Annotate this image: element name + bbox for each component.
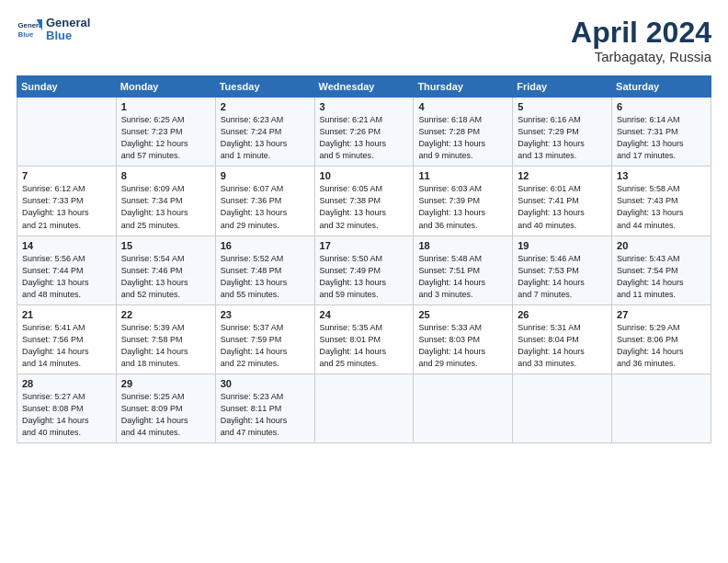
day-number: 17 [320, 240, 409, 251]
calendar-cell [612, 373, 711, 442]
logo-icon: General Blue [17, 17, 42, 42]
calendar-cell [414, 373, 513, 442]
col-header-sunday: Sunday [17, 76, 117, 98]
header: General Blue General Blue April 2024 Tar… [17, 17, 711, 64]
col-header-monday: Monday [116, 76, 215, 98]
day-info: Sunrise: 5:58 AM Sunset: 7:43 PM Dayligh… [617, 183, 706, 231]
calendar-cell: 3Sunrise: 6:21 AM Sunset: 7:26 PM Daylig… [314, 98, 414, 167]
week-row-2: 7Sunrise: 6:12 AM Sunset: 7:33 PM Daylig… [17, 167, 711, 236]
calendar-cell: 28Sunrise: 5:27 AM Sunset: 8:08 PM Dayli… [17, 373, 117, 442]
day-number: 26 [518, 309, 607, 320]
day-info: Sunrise: 6:01 AM Sunset: 7:41 PM Dayligh… [518, 183, 607, 231]
day-number: 15 [121, 240, 210, 251]
day-info: Sunrise: 6:07 AM Sunset: 7:36 PM Dayligh… [221, 183, 310, 231]
calendar-cell: 1Sunrise: 6:25 AM Sunset: 7:23 PM Daylig… [116, 98, 215, 167]
day-number: 6 [617, 101, 706, 112]
day-info: Sunrise: 6:05 AM Sunset: 7:38 PM Dayligh… [320, 183, 409, 231]
calendar-cell: 24Sunrise: 5:35 AM Sunset: 8:01 PM Dayli… [314, 304, 414, 373]
day-number: 30 [221, 378, 310, 389]
day-info: Sunrise: 5:31 AM Sunset: 8:04 PM Dayligh… [518, 322, 607, 370]
calendar-cell [314, 373, 414, 442]
month-title: April 2024 [571, 17, 711, 49]
calendar-cell: 20Sunrise: 5:43 AM Sunset: 7:54 PM Dayli… [612, 236, 711, 304]
week-row-4: 21Sunrise: 5:41 AM Sunset: 7:56 PM Dayli… [17, 304, 711, 373]
calendar-cell: 26Sunrise: 5:31 AM Sunset: 8:04 PM Dayli… [513, 304, 612, 373]
day-number: 22 [121, 309, 210, 320]
day-info: Sunrise: 6:09 AM Sunset: 7:34 PM Dayligh… [121, 183, 210, 231]
day-info: Sunrise: 5:54 AM Sunset: 7:46 PM Dayligh… [121, 253, 210, 301]
calendar-cell: 29Sunrise: 5:25 AM Sunset: 8:09 PM Dayli… [116, 373, 215, 442]
day-number: 1 [121, 101, 210, 112]
day-number: 13 [617, 170, 706, 181]
day-info: Sunrise: 5:46 AM Sunset: 7:53 PM Dayligh… [518, 253, 607, 301]
calendar-cell: 9Sunrise: 6:07 AM Sunset: 7:36 PM Daylig… [215, 167, 314, 236]
day-info: Sunrise: 6:16 AM Sunset: 7:29 PM Dayligh… [518, 114, 607, 162]
calendar-cell: 5Sunrise: 6:16 AM Sunset: 7:29 PM Daylig… [513, 98, 612, 167]
col-header-friday: Friday [513, 76, 612, 98]
day-info: Sunrise: 5:43 AM Sunset: 7:54 PM Dayligh… [617, 253, 706, 301]
week-row-3: 14Sunrise: 5:56 AM Sunset: 7:44 PM Dayli… [17, 236, 711, 304]
day-info: Sunrise: 6:21 AM Sunset: 7:26 PM Dayligh… [320, 114, 409, 162]
day-number: 10 [320, 170, 409, 181]
location: Tarbagatay, Russia [571, 49, 711, 64]
day-number: 16 [221, 240, 310, 251]
day-info: Sunrise: 5:25 AM Sunset: 8:09 PM Dayligh… [121, 391, 210, 439]
day-info: Sunrise: 6:12 AM Sunset: 7:33 PM Dayligh… [22, 183, 111, 231]
day-info: Sunrise: 6:25 AM Sunset: 7:23 PM Dayligh… [121, 114, 210, 162]
calendar-cell: 25Sunrise: 5:33 AM Sunset: 8:03 PM Dayli… [414, 304, 513, 373]
col-header-thursday: Thursday [414, 76, 513, 98]
day-info: Sunrise: 5:37 AM Sunset: 7:59 PM Dayligh… [221, 322, 310, 370]
day-number: 7 [22, 170, 111, 181]
day-number: 24 [320, 309, 409, 320]
calendar-cell: 22Sunrise: 5:39 AM Sunset: 7:58 PM Dayli… [116, 304, 215, 373]
calendar-cell: 16Sunrise: 5:52 AM Sunset: 7:48 PM Dayli… [215, 236, 314, 304]
day-number: 5 [518, 101, 607, 112]
day-number: 27 [617, 309, 706, 320]
page-container: General Blue General Blue April 2024 Tar… [0, 0, 728, 453]
calendar-cell: 11Sunrise: 6:03 AM Sunset: 7:39 PM Dayli… [414, 167, 513, 236]
day-info: Sunrise: 5:29 AM Sunset: 8:06 PM Dayligh… [617, 322, 706, 370]
logo: General Blue General Blue [17, 17, 90, 43]
week-row-1: 1Sunrise: 6:25 AM Sunset: 7:23 PM Daylig… [17, 98, 711, 167]
calendar-cell: 23Sunrise: 5:37 AM Sunset: 7:59 PM Dayli… [215, 304, 314, 373]
day-number: 12 [518, 170, 607, 181]
day-number: 29 [121, 378, 210, 389]
day-number: 23 [221, 309, 310, 320]
day-number: 18 [418, 240, 507, 251]
calendar-cell [513, 373, 612, 442]
calendar-cell: 19Sunrise: 5:46 AM Sunset: 7:53 PM Dayli… [513, 236, 612, 304]
calendar-cell: 17Sunrise: 5:50 AM Sunset: 7:49 PM Dayli… [314, 236, 414, 304]
day-info: Sunrise: 5:35 AM Sunset: 8:01 PM Dayligh… [320, 322, 409, 370]
week-row-5: 28Sunrise: 5:27 AM Sunset: 8:08 PM Dayli… [17, 373, 711, 442]
day-number: 14 [22, 240, 111, 251]
day-number: 4 [418, 101, 507, 112]
day-info: Sunrise: 5:56 AM Sunset: 7:44 PM Dayligh… [22, 253, 111, 301]
calendar-cell: 4Sunrise: 6:18 AM Sunset: 7:28 PM Daylig… [414, 98, 513, 167]
day-info: Sunrise: 5:39 AM Sunset: 7:58 PM Dayligh… [121, 322, 210, 370]
calendar-cell: 30Sunrise: 5:23 AM Sunset: 8:11 PM Dayli… [215, 373, 314, 442]
day-number: 2 [221, 101, 310, 112]
day-info: Sunrise: 6:03 AM Sunset: 7:39 PM Dayligh… [418, 183, 507, 231]
col-header-tuesday: Tuesday [215, 76, 314, 98]
day-number: 25 [418, 309, 507, 320]
day-number: 9 [221, 170, 310, 181]
calendar-cell: 7Sunrise: 6:12 AM Sunset: 7:33 PM Daylig… [17, 167, 117, 236]
calendar-cell: 2Sunrise: 6:23 AM Sunset: 7:24 PM Daylig… [215, 98, 314, 167]
calendar-cell: 27Sunrise: 5:29 AM Sunset: 8:06 PM Dayli… [612, 304, 711, 373]
calendar-cell: 18Sunrise: 5:48 AM Sunset: 7:51 PM Dayli… [414, 236, 513, 304]
day-number: 28 [22, 378, 111, 389]
calendar-cell: 21Sunrise: 5:41 AM Sunset: 7:56 PM Dayli… [17, 304, 117, 373]
svg-text:Blue: Blue [18, 30, 35, 39]
day-info: Sunrise: 5:27 AM Sunset: 8:08 PM Dayligh… [22, 391, 111, 439]
header-row: SundayMondayTuesdayWednesdayThursdayFrid… [17, 76, 711, 98]
day-info: Sunrise: 5:33 AM Sunset: 8:03 PM Dayligh… [418, 322, 507, 370]
day-number: 11 [418, 170, 507, 181]
day-number: 20 [617, 240, 706, 251]
day-info: Sunrise: 6:18 AM Sunset: 7:28 PM Dayligh… [418, 114, 507, 162]
day-info: Sunrise: 5:41 AM Sunset: 7:56 PM Dayligh… [22, 322, 111, 370]
day-info: Sunrise: 6:23 AM Sunset: 7:24 PM Dayligh… [221, 114, 310, 162]
day-info: Sunrise: 5:23 AM Sunset: 8:11 PM Dayligh… [221, 391, 310, 439]
col-header-saturday: Saturday [612, 76, 711, 98]
day-info: Sunrise: 5:50 AM Sunset: 7:49 PM Dayligh… [320, 253, 409, 301]
day-number: 21 [22, 309, 111, 320]
